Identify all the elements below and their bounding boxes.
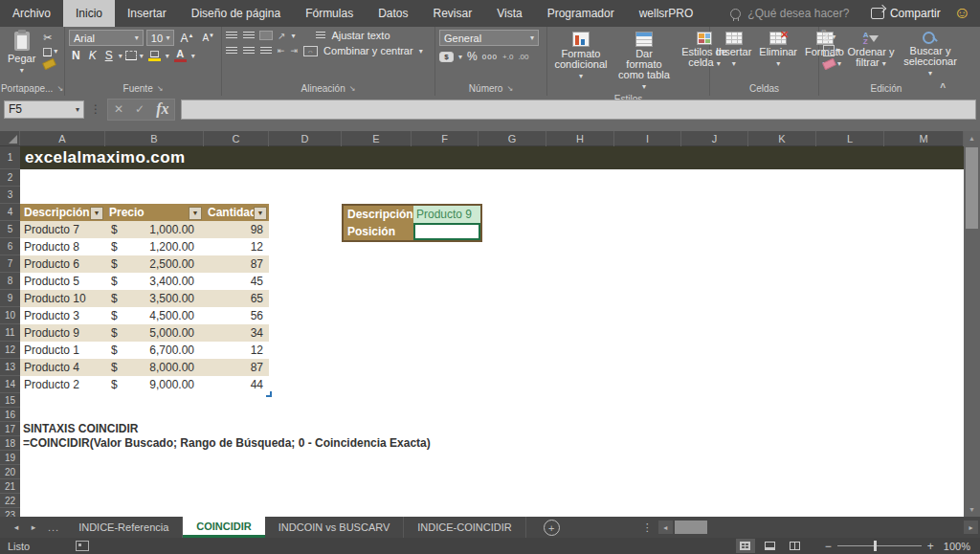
selected-cell-f5[interactable]: [413, 223, 480, 240]
bold-button[interactable]: N: [69, 49, 83, 62]
align-top-button[interactable]: [226, 32, 237, 39]
row-header-21[interactable]: 21: [0, 479, 20, 494]
filter-dropdown-icon[interactable]: ▼: [90, 207, 103, 220]
find-select-button[interactable]: Buscar y seleccionar ▾: [901, 30, 960, 81]
cell-price[interactable]: $8,000.00: [105, 359, 204, 376]
cell-quantity[interactable]: 12: [204, 342, 269, 359]
confirm-entry-button[interactable]: ✓: [135, 102, 145, 116]
sheet-tab-indcoin-vs-buscarv[interactable]: INDCOIN vs BUSCARV: [265, 517, 405, 538]
merge-center-button[interactable]: Combinar y centrar: [323, 45, 413, 56]
new-sheet-button[interactable]: +: [544, 520, 560, 536]
zoom-in-button[interactable]: +: [927, 540, 934, 553]
decrease-decimal-button[interactable]: .00: [518, 53, 528, 61]
row-header-12[interactable]: 12: [0, 342, 20, 359]
column-header-e[interactable]: E: [342, 131, 412, 146]
cell-price[interactable]: $1,000.00: [105, 221, 204, 238]
horizontal-scroll-thumb[interactable]: [675, 521, 707, 534]
row-header-7[interactable]: 7: [0, 255, 20, 273]
insert-function-button[interactable]: fx: [156, 100, 168, 118]
column-header-k[interactable]: K: [748, 131, 816, 146]
cell-quantity[interactable]: 34: [204, 324, 269, 342]
cell-price[interactable]: $1,200.00: [105, 238, 204, 255]
column-header-i[interactable]: I: [614, 131, 681, 146]
row-header-1[interactable]: 1: [0, 146, 20, 169]
hscroll-right-button[interactable]: ▸: [964, 521, 978, 534]
align-right-button[interactable]: [260, 47, 272, 55]
cell-description[interactable]: Producto 8: [20, 238, 105, 255]
cell-price[interactable]: $4,500.00: [105, 307, 204, 324]
column-header-h[interactable]: H: [546, 131, 614, 146]
font-dialog-launcher-icon[interactable]: ↘: [157, 84, 164, 93]
row-header-3[interactable]: 3: [0, 187, 20, 204]
percent-format-button[interactable]: %: [467, 50, 478, 63]
format-painter-button[interactable]: [43, 60, 57, 68]
macro-record-icon[interactable]: [76, 541, 89, 551]
column-header-d[interactable]: D: [269, 131, 342, 146]
name-box[interactable]: F5 ▾: [4, 100, 84, 119]
cell-price[interactable]: $3,400.00: [105, 273, 204, 290]
cell-quantity[interactable]: 87: [204, 255, 269, 273]
row-header-17[interactable]: 17: [0, 422, 20, 436]
column-header-m[interactable]: M: [884, 131, 964, 146]
cut-button[interactable]: ✂: [43, 32, 57, 43]
format-as-table-button[interactable]: Dar formato como tabla ▾: [614, 30, 674, 94]
select-all-corner[interactable]: [0, 131, 20, 145]
cell-price[interactable]: $6,700.00: [105, 342, 204, 359]
align-center-button[interactable]: [243, 47, 255, 55]
sort-filter-button[interactable]: AZ Ordenar y filtrar ▾: [845, 30, 897, 81]
fill-color-button[interactable]: [146, 51, 163, 61]
font-color-button[interactable]: A: [172, 49, 189, 62]
zoom-out-button[interactable]: −: [825, 540, 832, 553]
sheet-tab-indice-referencia[interactable]: INDICE-Referencia: [65, 517, 183, 538]
row-header-18[interactable]: 18: [0, 436, 20, 451]
decrease-indent-button[interactable]: ⇤: [278, 46, 285, 55]
number-format-select[interactable]: General▾: [439, 30, 539, 46]
column-header-j[interactable]: J: [681, 131, 748, 146]
ribbon-tab-dise-o-de-p-gina[interactable]: Diseño de página: [179, 0, 293, 27]
column-header-l[interactable]: L: [816, 131, 884, 146]
fill-button[interactable]: ↓▾: [823, 45, 841, 56]
vertical-scroll-thumb[interactable]: [966, 147, 978, 229]
scroll-up-button[interactable]: ▲: [964, 131, 980, 145]
ribbon-tab-insertar[interactable]: Insertar: [115, 0, 179, 27]
cell-description[interactable]: Producto 9: [20, 324, 105, 342]
page-break-view-button[interactable]: [786, 539, 805, 553]
worksheet[interactable]: excelalmaximo.com Descripción▼Precio▼Can…: [20, 146, 964, 517]
lookup-value-cell[interactable]: Producto 9: [413, 206, 480, 223]
horizontal-scrollbar[interactable]: ◂ ▸: [658, 517, 978, 538]
row-header-9[interactable]: 9: [0, 290, 20, 307]
delete-cells-button[interactable]: ✕ Eliminar ▾: [757, 30, 799, 81]
align-middle-button[interactable]: [243, 32, 255, 39]
row-header-13[interactable]: 13: [0, 359, 20, 376]
ribbon-tab-wellsrpro[interactable]: wellsrPRO: [627, 0, 706, 27]
cell-quantity[interactable]: 65: [204, 290, 269, 307]
cell-description[interactable]: Producto 4: [20, 359, 105, 376]
wrap-text-button[interactable]: Ajustar texto: [331, 30, 390, 41]
cell-description[interactable]: Producto 3: [20, 307, 105, 324]
row-header-2[interactable]: 2: [0, 169, 20, 187]
align-left-button[interactable]: [226, 47, 237, 55]
increase-indent-button[interactable]: ⇥: [291, 46, 299, 55]
sheet-tab-indice-coincidir[interactable]: INDICE-COINCIDIR: [404, 517, 525, 538]
cell-description[interactable]: Producto 6: [20, 255, 105, 273]
cell-price[interactable]: $3,500.00: [105, 290, 204, 307]
smiley-feedback-icon[interactable]: ☺: [954, 0, 970, 27]
autosum-button[interactable]: Σ▾: [823, 32, 841, 43]
row-header-5[interactable]: 5: [0, 221, 20, 238]
cell-quantity[interactable]: 45: [204, 273, 269, 290]
table-resize-handle[interactable]: [266, 391, 272, 397]
alignment-dialog-launcher-icon[interactable]: ↘: [349, 84, 356, 93]
cell-quantity[interactable]: 12: [204, 238, 269, 255]
paste-dropdown-icon[interactable]: ▾: [20, 66, 24, 75]
underline-button[interactable]: S: [102, 49, 116, 62]
paste-button[interactable]: Pegar ▾: [4, 30, 39, 81]
ribbon-tab-programador[interactable]: Programador: [535, 0, 627, 27]
column-header-b[interactable]: B: [105, 131, 204, 146]
filter-dropdown-icon[interactable]: ▼: [189, 207, 202, 220]
ribbon-tab-datos[interactable]: Datos: [366, 0, 420, 27]
cell-quantity[interactable]: 87: [204, 359, 269, 376]
column-header-c[interactable]: C: [204, 131, 269, 146]
clear-button[interactable]: ▾: [823, 58, 841, 70]
row-header-23[interactable]: 23: [0, 508, 20, 517]
insert-cells-button[interactable]: Insertar ▾: [714, 30, 753, 81]
